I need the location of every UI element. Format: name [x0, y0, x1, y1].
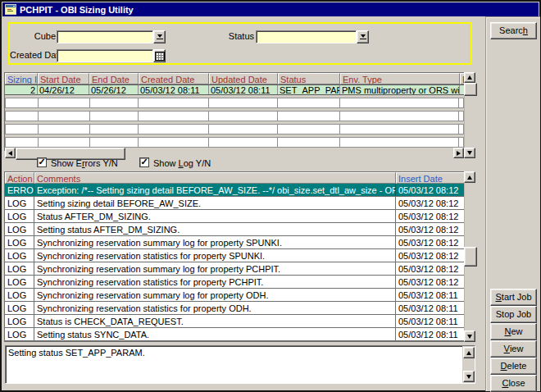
cell-comment: Synchronizing reservation statistics for…	[34, 276, 396, 288]
detail-vscrollbar[interactable]	[462, 346, 475, 383]
cell-comment: Synchronizing reservation statistics for…	[34, 302, 396, 314]
scroll-down-button[interactable]	[464, 330, 475, 342]
cell-insert-date: 05/03/12 08:11	[396, 289, 464, 301]
log-row[interactable]: LOG Synchronizing reservation statistics…	[5, 276, 464, 289]
show-errors-checkbox[interactable]: ✓	[37, 157, 47, 167]
log-row[interactable]: LOG Synchronizing reservation statistics…	[5, 302, 464, 315]
new-button[interactable]: New	[490, 323, 537, 340]
arrow-down-icon	[467, 335, 472, 339]
start-job-button[interactable]: Start Job	[490, 289, 537, 306]
log-row[interactable]: LOG Status AFTER_DM_SIZING. 05/03/12 08:…	[5, 210, 464, 223]
vscroll-thumb[interactable]	[464, 247, 477, 267]
title-bar[interactable]: PCHPIT - OBI Sizing Utility	[2, 2, 539, 16]
arrow-left-icon	[8, 151, 12, 156]
column-header-updated-date: Updated Date	[209, 73, 278, 84]
cell-status: SET_APP_PARAM	[278, 85, 340, 94]
cell-action: ERROR	[5, 184, 34, 196]
log-row[interactable]: LOG Setting status SYNC_DATA. 05/03/12 0…	[5, 328, 464, 341]
table-row[interactable]	[5, 98, 464, 108]
jobs-grid-vscrollbar[interactable]	[464, 72, 475, 148]
log-grid-header: Action Comments Insert Date	[5, 172, 464, 184]
log-row[interactable]: LOG Synchronizing reservation summary lo…	[5, 289, 464, 302]
table-row[interactable]	[5, 124, 464, 134]
search-button[interactable]: Search	[490, 22, 537, 39]
cell-action: LOG	[5, 223, 34, 235]
scroll-up-button[interactable]	[464, 72, 475, 83]
search-criteria-panel: Cube Status Created Date	[8, 22, 472, 65]
scroll-up-button[interactable]	[463, 347, 475, 358]
view-button[interactable]: View	[490, 340, 537, 358]
arrow-up-icon	[466, 351, 471, 355]
arrow-down-icon	[466, 375, 471, 379]
status-dropdown-button[interactable]	[357, 30, 369, 43]
check-icon: ✓	[38, 157, 45, 166]
cell-insert-date: 05/03/12 08:11	[396, 328, 464, 340]
cell-env-type: PMS multiproperty or ORS with only i	[340, 85, 460, 94]
log-row[interactable]: ERROR Exception: /*-- Setting sizing det…	[5, 184, 464, 197]
cell-action: LOG	[5, 328, 34, 340]
log-row[interactable]: LOG Synchronizing reservation summary lo…	[5, 262, 464, 276]
log-row[interactable]: LOG Synchronizing reservation summary lo…	[5, 236, 464, 249]
cell-insert-date: 05/03/12 08:12	[396, 184, 464, 196]
close-button[interactable]: Close	[490, 375, 537, 392]
cell-insert-date: 05/03/12 08:11	[396, 315, 464, 327]
cell-insert-date: 05/03/12 08:12	[396, 262, 464, 275]
status-label: Status	[211, 31, 254, 41]
cell-start-date: 04/26/12	[38, 85, 89, 94]
delete-button[interactable]: Delete	[490, 358, 537, 375]
app-icon	[5, 4, 16, 15]
created-date-label: Created Date	[10, 50, 56, 60]
arrow-down-icon	[467, 151, 472, 155]
created-date-calendar-button[interactable]	[153, 49, 166, 62]
created-date-input[interactable]	[57, 49, 153, 62]
action-button-panel: Search Start Job Stop Job New View Delet…	[485, 16, 540, 391]
cell-insert-date: 05/03/12 08:12	[396, 210, 464, 222]
scroll-down-button[interactable]	[463, 371, 475, 382]
column-header-action: Action	[5, 172, 34, 184]
column-header-start-date: Start Date	[38, 73, 89, 84]
cell-action: LOG	[5, 249, 34, 262]
window-title: PCHPIT - OBI Sizing Utility	[20, 5, 134, 15]
arrow-up-icon	[467, 175, 472, 180]
table-row[interactable]: 2 04/26/12 05/26/12 05/03/12 08:11 05/03…	[5, 84, 464, 95]
table-row[interactable]	[5, 137, 464, 148]
column-header-status: Status	[278, 73, 340, 84]
detail-text-box[interactable]: Setting status SET_APP_PARAM.	[5, 345, 475, 384]
cell-insert-date: 05/03/12 08:12	[396, 276, 464, 288]
arrow-right-icon	[457, 151, 461, 156]
log-grid: Action Comments Insert Date ERROR Except…	[4, 171, 465, 342]
scroll-up-button[interactable]	[464, 171, 475, 183]
cell-action: LOG	[5, 262, 34, 275]
cell-end-date: 05/26/12	[89, 85, 139, 94]
cell-comment: Status AFTER_DM_SIZING.	[34, 210, 396, 222]
stop-job-button[interactable]: Stop Job	[490, 306, 537, 323]
detail-text: Setting status SET_APP_PARAM.	[8, 348, 460, 358]
log-filter-row: ✓ Show Errors Y/N ✓ Show Log Y/N	[2, 157, 475, 169]
cube-dropdown-button[interactable]	[153, 30, 166, 43]
cell-insert-date: 05/03/12 08:11	[396, 302, 464, 314]
log-grid-vscrollbar[interactable]	[464, 171, 475, 342]
column-header-end-date: End Date	[89, 73, 139, 84]
log-row[interactable]: LOG Setting status AFTER_DM_SIZING. 05/0…	[5, 223, 464, 236]
check-icon: ✓	[140, 157, 148, 166]
log-row[interactable]: LOG Status is CHECK_DATA_REQUEST. 05/03/…	[5, 315, 464, 328]
cell-sizing-id: 2	[5, 85, 38, 94]
column-header-sizing-id: Sizing ID	[5, 73, 38, 84]
cube-input[interactable]	[57, 30, 153, 43]
cube-label: Cube	[16, 31, 56, 41]
cell-comment: Setting status AFTER_DM_SIZING.	[34, 223, 396, 235]
cell-insert-date: 05/03/12 08:12	[396, 197, 464, 209]
cell-comment: Synchronizing reservation statistics for…	[34, 249, 396, 262]
show-log-checkbox[interactable]: ✓	[139, 157, 149, 167]
cell-comment: Setting sizing detail BEFORE_AW_SIZE.	[34, 197, 396, 209]
log-row[interactable]: LOG Synchronizing reservation statistics…	[5, 249, 464, 262]
cell-action: LOG	[5, 210, 34, 222]
cell-action: LOG	[5, 315, 34, 327]
table-row[interactable]	[5, 111, 464, 121]
status-input[interactable]	[256, 30, 357, 43]
vscroll-thumb[interactable]	[464, 83, 477, 96]
show-log-label: Show Log Y/N	[153, 158, 211, 168]
log-row[interactable]: LOG Setting sizing detail BEFORE_AW_SIZE…	[5, 197, 464, 210]
calendar-icon	[155, 52, 165, 61]
app-window: PCHPIT - OBI Sizing Utility Cube Status …	[0, 0, 541, 392]
